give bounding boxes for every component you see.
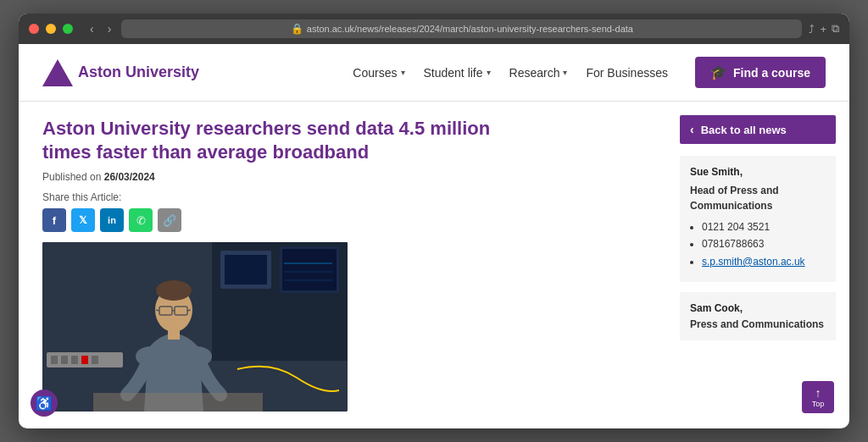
contact-1-name: Sue Smith,	[690, 166, 826, 180]
toolbar-icons: ⤴ + ⧉	[809, 22, 839, 36]
share-whatsapp-button[interactable]: ✆	[129, 208, 153, 232]
facebook-icon: f	[53, 214, 56, 227]
nav-courses[interactable]: Courses ▾	[353, 66, 404, 80]
contact-1-title: Head of Press and Communications	[690, 183, 826, 214]
logo-text: Aston University	[78, 64, 199, 81]
research-chevron-icon: ▾	[563, 68, 567, 77]
svg-point-21	[156, 280, 192, 301]
back-to-news-button[interactable]: ‹ Back to all news	[680, 115, 836, 144]
contact-2-name: Sam Cook,	[690, 302, 826, 316]
image-svg	[42, 242, 348, 412]
accessibility-button[interactable]: ♿	[31, 390, 58, 417]
contact-box-1: Sue Smith, Head of Press and Communicati…	[680, 156, 836, 282]
nav-links: Courses ▾ Student life ▾ Research ▾ For …	[353, 57, 826, 88]
svg-line-19	[156, 310, 159, 311]
address-bar[interactable]: 🔒 aston.ac.uk/news/releases/2024/march/a…	[121, 19, 802, 38]
share-icons: f 𝕏 in ✆ 🔗	[42, 208, 648, 232]
contact-2-title: Press and Communications	[690, 318, 826, 330]
graduation-cap-icon: 🎓	[710, 64, 727, 80]
student-life-chevron-icon: ▾	[487, 68, 491, 77]
svg-rect-14	[92, 356, 98, 364]
url-text: aston.ac.uk/news/releases/2024/march/ast…	[307, 24, 633, 34]
browser-body: Aston University Courses ▾ Student life …	[19, 44, 849, 428]
svg-rect-13	[81, 356, 88, 364]
contact-1-phone1: 0121 204 3521	[702, 219, 826, 235]
top-arrow-icon: ↑	[815, 387, 821, 399]
sidebar: ‹ Back to all news Sue Smith, Head of Pr…	[671, 102, 849, 428]
svg-rect-11	[61, 356, 68, 364]
plus-icon[interactable]: +	[820, 23, 826, 36]
browser-toolbar: ‹ › 🔒 aston.ac.uk/news/releases/2024/mar…	[86, 19, 839, 38]
contact-1-email[interactable]: s.p.smith@aston.ac.uk	[702, 256, 805, 268]
linkedin-icon: in	[108, 215, 116, 225]
traffic-light-green[interactable]	[63, 24, 73, 34]
article-image	[42, 242, 348, 412]
share-twitter-button[interactable]: 𝕏	[71, 208, 95, 232]
forward-button[interactable]: ›	[104, 20, 115, 37]
traffic-light-red[interactable]	[29, 24, 39, 34]
twitter-icon: 𝕏	[79, 214, 87, 226]
share-facebook-button[interactable]: f	[42, 208, 66, 232]
svg-rect-3	[225, 255, 267, 285]
logo-triangle-icon	[42, 59, 73, 86]
top-label: Top	[812, 400, 825, 408]
published-line: Published on 26/03/2024	[42, 171, 648, 183]
article-title: Aston University researchers send data 4…	[42, 117, 534, 164]
lock-icon: 🔒	[291, 23, 303, 35]
share-icon[interactable]: ⤴	[809, 23, 815, 36]
university-name: Aston University	[78, 64, 199, 81]
main-content: Aston University researchers send data 4…	[19, 102, 671, 428]
accessibility-icon: ♿	[36, 395, 53, 412]
share-label: Share this Article:	[42, 191, 648, 203]
contact-1-details: 0121 204 3521 07816788663 s.p.smith@asto…	[690, 219, 826, 270]
svg-rect-5	[282, 249, 337, 290]
back-button[interactable]: ‹	[86, 20, 97, 37]
published-date: 26/03/2024	[104, 171, 155, 183]
svg-rect-10	[51, 356, 58, 364]
svg-rect-25	[93, 393, 263, 412]
tabs-icon[interactable]: ⧉	[832, 22, 839, 36]
svg-line-20	[187, 310, 191, 311]
nav-research[interactable]: Research ▾	[509, 66, 568, 80]
scroll-to-top-button[interactable]: ↑ Top	[802, 381, 834, 413]
link-icon: 🔗	[163, 214, 176, 227]
nav-student-life[interactable]: Student life ▾	[424, 66, 491, 80]
courses-chevron-icon: ▾	[401, 68, 405, 77]
svg-rect-22	[168, 329, 180, 340]
contact-1-phone2: 07816788663	[702, 236, 826, 252]
browser-chrome: ‹ › 🔒 aston.ac.uk/news/releases/2024/mar…	[19, 14, 849, 44]
share-linkedin-button[interactable]: in	[100, 208, 124, 232]
traffic-light-yellow[interactable]	[46, 24, 56, 34]
contact-box-2: Sam Cook, Press and Communications	[680, 292, 836, 341]
whatsapp-icon: ✆	[136, 214, 146, 227]
svg-rect-12	[71, 356, 78, 364]
back-chevron-icon: ‹	[690, 123, 694, 136]
share-link-button[interactable]: 🔗	[158, 208, 181, 232]
find-course-button[interactable]: 🎓 Find a course	[695, 57, 826, 88]
site-navigation: Aston University Courses ▾ Student life …	[19, 44, 849, 102]
nav-for-businesses[interactable]: For Businesses	[586, 66, 667, 80]
logo-area[interactable]: Aston University	[42, 59, 199, 86]
content-wrapper: Aston University researchers send data 4…	[19, 102, 849, 428]
